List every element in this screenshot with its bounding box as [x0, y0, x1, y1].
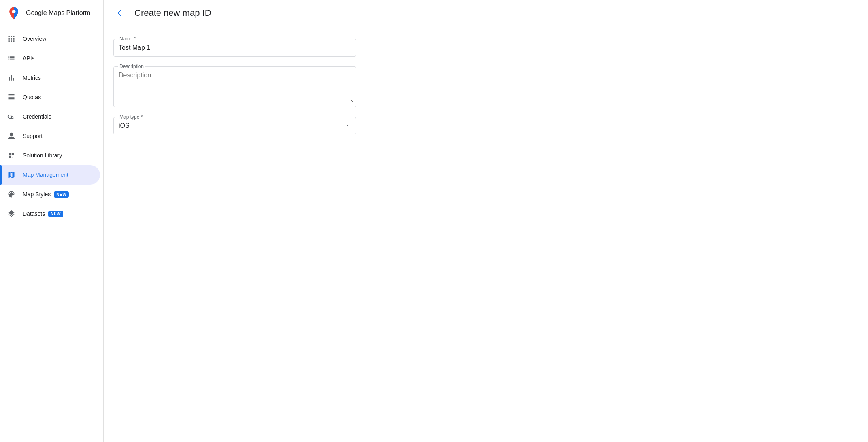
- map-type-field-group: Map type * JavaScript Android iOS: [113, 117, 356, 134]
- sidebar-item-datasets-label: Datasets: [23, 210, 45, 217]
- sidebar-item-overview-label: Overview: [23, 36, 46, 42]
- sidebar-item-map-management[interactable]: Map Management: [0, 165, 100, 185]
- main-header: Create new map ID: [104, 0, 868, 26]
- description-field-label: Description: [118, 64, 145, 69]
- sidebar-item-map-management-label: Map Management: [23, 172, 68, 178]
- name-input[interactable]: [119, 42, 353, 53]
- grid-icon: [6, 34, 16, 44]
- table-icon: [6, 92, 16, 102]
- sidebar-item-metrics-label: Metrics: [23, 74, 41, 81]
- main-content-area: Create new map ID Name * Description: [104, 0, 868, 442]
- sidebar-item-credentials[interactable]: Credentials: [0, 107, 100, 126]
- datasets-badge: NEW: [48, 211, 63, 217]
- sidebar-item-quotas-label: Quotas: [23, 94, 41, 100]
- map-type-field-label: Map type *: [118, 114, 144, 120]
- svg-point-0: [12, 9, 16, 13]
- description-field-group: Description: [113, 66, 356, 107]
- palette-icon: [6, 189, 16, 199]
- map-styles-badge: NEW: [54, 191, 69, 198]
- sidebar-item-credentials-label: Credentials: [23, 113, 51, 120]
- sidebar-item-apis-label: APIs: [23, 55, 35, 62]
- sidebar-item-solution-library-label: Solution Library: [23, 152, 62, 159]
- sidebar-item-support-label: Support: [23, 133, 43, 139]
- bar-chart-icon: [6, 73, 16, 83]
- map-icon: [6, 170, 16, 180]
- sidebar-item-support[interactable]: Support: [0, 126, 100, 146]
- description-field-wrapper: Description: [113, 66, 356, 107]
- google-maps-logo: [6, 6, 21, 20]
- sidebar-item-apis[interactable]: APIs: [0, 49, 100, 68]
- form-area: Name * Description Map type * JavaScript…: [104, 26, 868, 442]
- sidebar-item-solution-library[interactable]: Solution Library: [0, 146, 100, 165]
- name-field-wrapper: Name *: [113, 39, 356, 57]
- map-type-field-wrapper: Map type * JavaScript Android iOS: [113, 117, 356, 134]
- sidebar-item-metrics[interactable]: Metrics: [0, 68, 100, 87]
- sidebar-item-map-styles[interactable]: Map Styles NEW: [0, 185, 100, 204]
- apps-icon: [6, 151, 16, 160]
- app-title: Google Maps Platform: [26, 9, 90, 17]
- name-field-group: Name *: [113, 39, 356, 57]
- key-icon: [6, 112, 16, 121]
- sidebar-header: Google Maps Platform: [0, 0, 103, 26]
- sidebar-item-quotas[interactable]: Quotas: [0, 87, 100, 107]
- sidebar-nav: Overview APIs Metrics: [0, 26, 103, 442]
- name-field-label: Name *: [118, 36, 137, 42]
- description-textarea[interactable]: [119, 70, 353, 102]
- create-map-id-form: Name * Description Map type * JavaScript…: [113, 39, 356, 134]
- sidebar-item-datasets[interactable]: Datasets NEW: [0, 204, 100, 223]
- list-icon: [6, 53, 16, 63]
- layers-icon: [6, 209, 16, 219]
- sidebar: Google Maps Platform Overview APIs: [0, 0, 104, 442]
- person-icon: [6, 131, 16, 141]
- back-button[interactable]: [113, 6, 128, 20]
- page-title: Create new map ID: [134, 8, 211, 18]
- sidebar-item-overview[interactable]: Overview: [0, 29, 100, 49]
- sidebar-item-map-styles-label: Map Styles: [23, 191, 51, 198]
- map-type-select[interactable]: JavaScript Android iOS: [119, 121, 353, 131]
